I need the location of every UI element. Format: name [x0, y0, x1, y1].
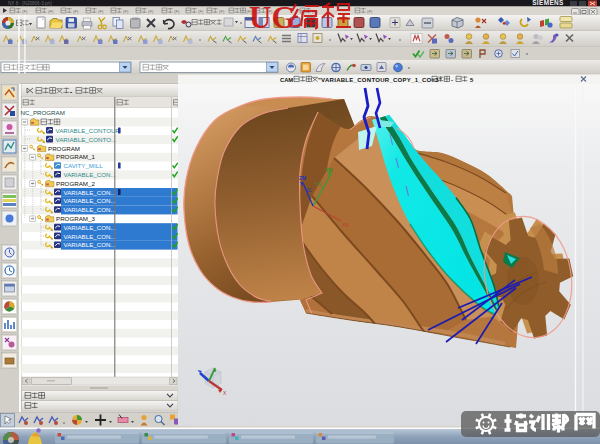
svg-text:(F): (F)	[22, 9, 28, 14]
svg-text:(F): (F)	[174, 9, 180, 14]
svg-text:(F): (F)	[48, 9, 54, 14]
svg-text:UG: UG	[249, 0, 296, 35]
svg-text:VARIABLE_CON...: VARIABLE_CON...	[64, 224, 116, 231]
svg-text:PROGRAM_1: PROGRAM_1	[56, 153, 95, 160]
svg-text:-: -	[70, 88, 72, 95]
svg-text:PROGRAM_2: PROGRAM_2	[56, 180, 95, 187]
svg-text:YM: YM	[325, 167, 333, 173]
svg-text:VARIABLE_CONTO...: VARIABLE_CONTO...	[56, 136, 117, 143]
svg-text:VARIABLE_CON...: VARIABLE_CON...	[64, 197, 116, 204]
svg-text:(F): (F)	[367, 9, 373, 14]
svg-text:(F): (F)	[123, 9, 129, 14]
svg-text:(F): (F)	[98, 9, 104, 14]
svg-text:SIEMENS: SIEMENS	[532, 0, 564, 6]
svg-text:ZM: ZM	[299, 175, 306, 181]
svg-text:VARIABLE_CON...: VARIABLE_CON...	[64, 206, 116, 213]
svg-text:PROGRAM: PROGRAM	[48, 145, 80, 152]
svg-text:(F): (F)	[219, 9, 225, 14]
svg-text:VARIABLE_CON...: VARIABLE_CON...	[64, 189, 116, 196]
svg-text:NX 8 - [N20806-3.prt]: NX 8 - [N20806-3.prt]	[8, 1, 52, 6]
svg-text:XM: XM	[342, 223, 349, 228]
svg-text:-: -	[451, 77, 453, 83]
svg-text:VARIABLE_CONTOUR: VARIABLE_CONTOUR	[56, 127, 121, 134]
svg-text:(F): (F)	[73, 9, 79, 14]
svg-text:VARIABLE_CON...: VARIABLE_CON...	[64, 171, 116, 178]
svg-text:ZC: ZC	[306, 188, 313, 193]
svg-text:CAM: CAM	[280, 77, 293, 83]
svg-text:NC_PROGRAM: NC_PROGRAM	[21, 109, 65, 116]
svg-text:VARIABLE_CON...: VARIABLE_CON...	[64, 241, 116, 248]
svg-text:PROGRAM_3: PROGRAM_3	[56, 215, 95, 222]
svg-text:YC: YC	[315, 182, 322, 187]
svg-text:CAVITY_MILL: CAVITY_MILL	[64, 162, 104, 169]
svg-text:"VARIABLE_CONTOUR_COPY_1_CO=3": "VARIABLE_CONTOUR_COPY_1_CO=3"	[318, 77, 442, 83]
svg-text:(F): (F)	[148, 9, 154, 14]
svg-text:(F): (F)	[198, 9, 204, 14]
svg-text:VARIABLE_CON...: VARIABLE_CON...	[64, 233, 116, 240]
